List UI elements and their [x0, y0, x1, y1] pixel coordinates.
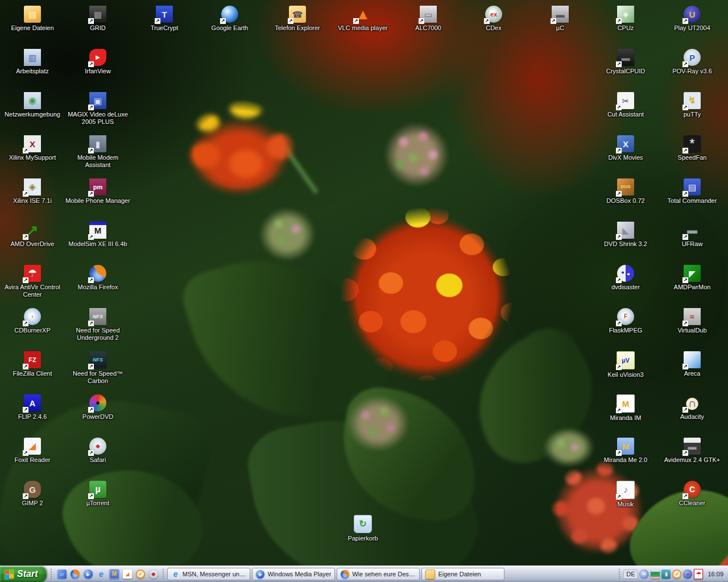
desktop-icon-modelsim[interactable]: M↗ModelSim XE III 6.4b: [65, 219, 131, 248]
desktop-icon-amdpwrmon[interactable]: ◤↗AMDPwrMon: [659, 263, 725, 291]
desktop-icon-miranda-me[interactable]: M↗Miranda Me 2.0: [593, 435, 659, 464]
desktop-icon-putty[interactable]: ↯↗puTTy: [659, 90, 725, 118]
windows-logo-icon: [5, 569, 14, 579]
desktop-icons-layer: ▤Eigene Dateien▦↗GRIDT↗TrueCrypt↗Google …: [0, 0, 728, 566]
desktop-icon-pov-ray[interactable]: P↗POV-Ray v3.6: [659, 47, 725, 75]
desktop-icon-dosbox[interactable]: DOS↗DOSBox 0.72: [593, 176, 659, 205]
desktop-icon-label: CDBurnerXP: [0, 327, 65, 334]
desktop-icon-flip[interactable]: A↗FLIP 2.4.6: [0, 392, 65, 421]
quick-launch-internet-explorer-icon[interactable]: e: [95, 568, 107, 580]
desktop-icon-divx-movies[interactable]: X↗DivX Movies: [593, 133, 659, 161]
desktop-icon-cdburnerxp[interactable]: ◗↗CDBurnerXP: [0, 306, 65, 334]
papierkorb-icon: ↻: [354, 515, 372, 533]
tray-avira-antivir-icon[interactable]: ☂: [694, 569, 703, 579]
desktop-icon-play-ut2004[interactable]: U↗Play UT2004: [659, 3, 725, 32]
desktop-icon-label: Papierkorb: [330, 535, 396, 542]
desktop-icon-label: TrueCrypt: [131, 24, 197, 32]
tray-memory-module-icon[interactable]: [651, 569, 660, 579]
desktop-icon-avira-antivir[interactable]: ☂↗Avira AntiVir Control Center: [0, 263, 65, 298]
desktop-icon-mobile-phone-manager[interactable]: pm↗Mobile Phone Manager: [65, 176, 131, 205]
desktop-icon-label: ALC7000: [395, 24, 461, 32]
tray-phone-monitor-icon[interactable]: ✓: [672, 569, 681, 579]
shortcut-arrow-icon: ↗: [616, 494, 622, 500]
shortcut-arrow-icon: ↗: [616, 18, 622, 24]
quick-launch-windows-media-player-icon[interactable]: ▶: [82, 568, 94, 580]
desktop: ▤Eigene Dateien▦↗GRIDT↗TrueCrypt↗Google …: [0, 0, 728, 566]
shortcut-arrow-icon: ↗: [682, 450, 688, 456]
desktop-icon-foxit-reader[interactable]: ◢↗Foxit Reader: [0, 435, 65, 464]
desktop-icon-speedfan[interactable]: *↗SpeedFan: [659, 133, 725, 161]
desktop-icon-grid[interactable]: ▦↗GRID: [65, 3, 131, 32]
desktop-icon-keil-uvision3[interactable]: µV↗Keil uVision3: [593, 349, 659, 379]
tray-drag-handle[interactable]: [618, 568, 621, 580]
msn-messenger-icon: e: [171, 570, 179, 579]
desktop-icon-eigene-dateien[interactable]: ▤Eigene Dateien: [0, 3, 65, 32]
desktop-icon-xilinx-ise[interactable]: ◈↗Xilinx ISE 7.1i: [0, 176, 65, 205]
desktop-icon-nfs-carbon[interactable]: NFS↗Need for Speed™ Carbon: [65, 349, 131, 385]
google-earth-icon: ↗: [221, 6, 238, 23]
desktop-icon-truecrypt[interactable]: T↗TrueCrypt: [131, 3, 197, 32]
desktop-icon-google-earth[interactable]: ↗Google Earth: [197, 3, 263, 32]
nfs-carbon-icon: NFS↗: [89, 351, 106, 368]
tray-mobile-device-icon[interactable]: ▮: [661, 569, 671, 579]
desktop-icon-uc[interactable]: ▬↗µC: [527, 3, 593, 32]
desktop-icon-dvd-shrink[interactable]: ◣↗DVD Shrink 3.2: [593, 219, 659, 248]
desktop-icon-cut-assistant[interactable]: ✂↗Cut Assistant: [593, 90, 659, 118]
taskbar-drag-handle[interactable]: [162, 568, 165, 580]
desktop-icon-xilinx-mysupport[interactable]: X↗Xilinx MySupport: [0, 133, 65, 161]
quick-launch-firefox-icon[interactable]: [69, 568, 81, 580]
desktop-icon-amd-overdrive[interactable]: ↗↗AMD OverDrive: [0, 219, 65, 248]
desktop-icon-ufraw[interactable]: ▬↗UFRaw: [659, 219, 725, 248]
quick-launch-foxit-reader-icon[interactable]: ◢: [121, 568, 133, 580]
desktop-icon-gimp-2[interactable]: G↗GIMP 2: [0, 479, 65, 507]
quick-launch-safari-icon[interactable]: ◆: [147, 568, 159, 580]
desktop-icon-mozilla-firefox[interactable]: ↗Mozilla Firefox: [65, 263, 131, 291]
tray-collapse-chevron-icon[interactable]: «: [639, 569, 649, 579]
language-indicator[interactable]: DE: [623, 569, 638, 579]
quick-launch-drag-handle[interactable]: [50, 568, 53, 580]
desktop-icon-flaskmpeg[interactable]: F↗FlaskMPEG: [593, 306, 659, 334]
desktop-icon-virtualdub[interactable]: ≈↗VirtualDub: [659, 306, 725, 334]
desktop-icon-irfanview[interactable]: ▶↗IrfanView: [65, 47, 131, 75]
desktop-icon-crystalcpuid[interactable]: ▬↗CrystalCPUID: [593, 47, 659, 75]
desktop-icon-dvdisaster[interactable]: ↗dvdisaster: [593, 263, 659, 291]
desktop-icon-total-commander[interactable]: ▤↗Total Commander: [659, 176, 725, 205]
quick-launch-phone-monitor-icon[interactable]: ✓: [134, 568, 146, 580]
desktop-icon-alc7000[interactable]: ▭↗ALC7000: [395, 3, 461, 32]
shortcut-arrow-icon: ↗: [682, 191, 688, 197]
desktop-icon-areca[interactable]: ↗Areca: [659, 349, 725, 377]
task-button-firefox-forum-thread[interactable]: Wie sehen eure Desk...: [337, 568, 420, 580]
desktop-icon-miranda-im[interactable]: M↗Miranda IM: [593, 392, 659, 422]
start-button[interactable]: Start: [0, 566, 47, 582]
desktop-icon-powerdvd[interactable]: ↗PowerDVD: [65, 392, 131, 421]
desktop-icon-vlc-media-player[interactable]: ▲↗VLC media player: [330, 3, 396, 32]
desktop-icon-avidemux[interactable]: ▬↗Avidemux 2.4 GTK+: [659, 435, 725, 464]
desktop-icon-magix-video-deluxe[interactable]: ▣↗MAGIX Video deLuxe 2005 PLUS: [65, 90, 131, 126]
task-button-windows-media-player[interactable]: ▶Windows Media Player: [252, 568, 335, 580]
desktop-icon-safari[interactable]: ◆↗Safari: [65, 435, 131, 464]
desktop-icon-mobile-modem-assistant[interactable]: ▮↗Mobile Modem Assistant: [65, 133, 131, 169]
desktop-icon-audacity[interactable]: ∩↗Audacity: [659, 392, 725, 421]
desktop-icon-ccleaner[interactable]: C↗CCleaner: [659, 479, 725, 507]
desktop-icon-label: Eigene Dateien: [0, 24, 65, 32]
task-button-eigene-dateien[interactable]: Eigene Dateien: [421, 568, 504, 580]
desktop-icon-telefon-explorer[interactable]: ☎↗Telefon Explorer: [264, 3, 330, 32]
desktop-icon-filezilla[interactable]: FZ↗FileZilla Client: [0, 349, 65, 377]
desktop-icon-utorrent[interactable]: µ↗µTorrent: [65, 479, 131, 507]
desktop-icon-cdex[interactable]: ex↗CDex: [461, 3, 527, 32]
desktop-icon-musik[interactable]: ♪↗Musik: [593, 479, 659, 508]
desktop-icon-nfs-underground-2[interactable]: NFS↗Need for Speed Underground 2: [65, 306, 131, 342]
tray-daemon-tools-icon[interactable]: ◆: [683, 569, 692, 579]
desktop-icon-netzwerkumgebung[interactable]: ◉Netzwerkumgebung: [0, 90, 65, 118]
cdex-icon: ex↗: [485, 6, 502, 23]
shortcut-arrow-icon: ↗: [23, 277, 28, 283]
task-button-msn-messenger[interactable]: eMSN, Messenger und ...: [167, 568, 250, 580]
desktop-icon-arbeitsplatz[interactable]: ▥Arbeitsplatz: [0, 47, 65, 75]
desktop-icon-papierkorb[interactable]: ↻Papierkorb: [330, 513, 396, 542]
quick-launch-miranda-im-icon[interactable]: M: [108, 568, 120, 580]
quick-launch-show-desktop-icon[interactable]: ▱: [56, 568, 68, 580]
amd-overdrive-icon: ↗↗: [24, 222, 41, 239]
desktop-icon-cpuz[interactable]: ◆↗CPUz: [593, 3, 659, 32]
shortcut-arrow-icon: ↗: [353, 18, 359, 24]
avira-antivir-icon: ☂↗: [24, 265, 41, 282]
